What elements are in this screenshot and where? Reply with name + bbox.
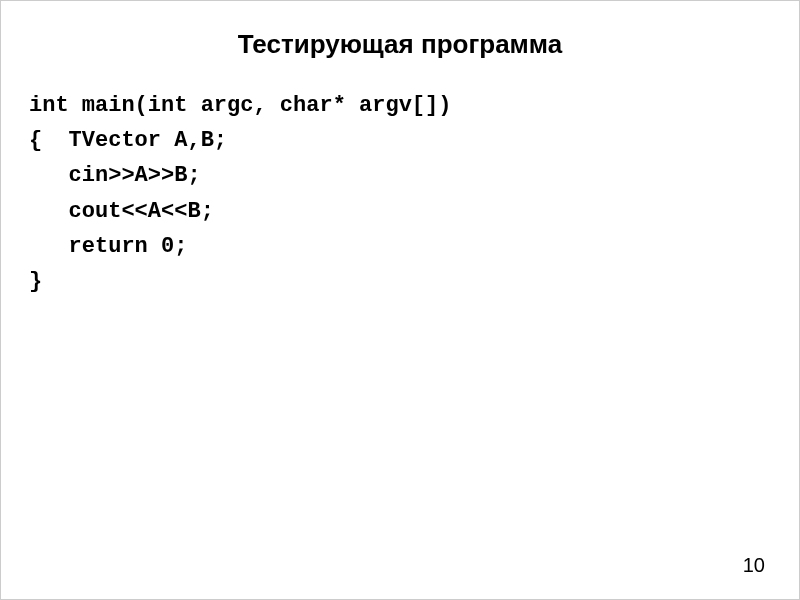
code-line: cin>>A>>B;	[29, 158, 775, 193]
code-line: return 0;	[29, 229, 775, 264]
slide-title: Тестирующая программа	[25, 29, 775, 60]
code-block: int main(int argc, char* argv[]) { TVect…	[25, 88, 775, 299]
code-line: cout<<A<<B;	[29, 194, 775, 229]
slide-container: Тестирующая программа int main(int argc,…	[1, 1, 799, 599]
code-line: int main(int argc, char* argv[])	[29, 88, 775, 123]
page-number: 10	[743, 554, 765, 577]
code-line: }	[29, 264, 775, 299]
code-line: { TVector A,B;	[29, 123, 775, 158]
